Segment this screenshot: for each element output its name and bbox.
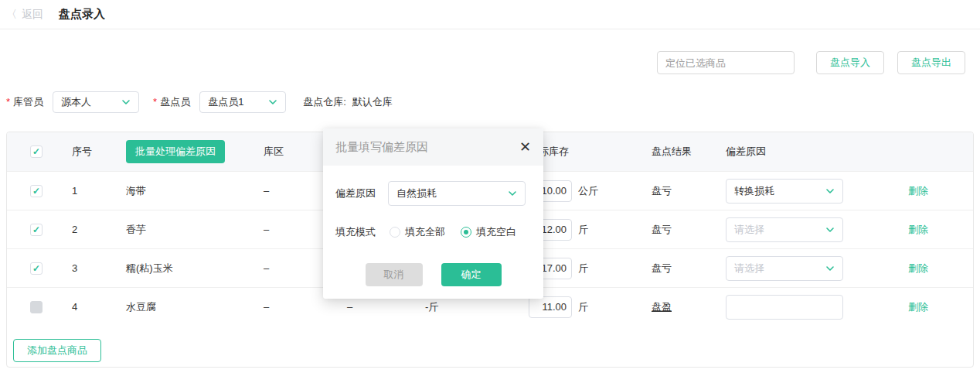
header-reason: 偏差原因	[720, 145, 890, 159]
row-checkbox	[30, 301, 43, 313]
chevron-down-icon	[825, 225, 835, 234]
delete-link[interactable]: 删除	[908, 224, 928, 235]
import-button[interactable]: 盘点导入	[816, 51, 884, 74]
back-label: 返回	[22, 8, 43, 22]
counter-select[interactable]: 盘点员1	[199, 91, 286, 113]
back-button[interactable]: 〈 返回	[6, 8, 43, 22]
row-checkbox[interactable]	[30, 185, 43, 197]
select-all-checkbox[interactable]	[30, 145, 43, 158]
chevron-left-icon: 〈	[6, 8, 17, 22]
row-checkbox[interactable]	[30, 262, 43, 275]
search-input[interactable]	[657, 51, 795, 74]
reason-select[interactable]: 请选择	[726, 256, 843, 281]
batch-process-button[interactable]: 批量处理偏差原因	[126, 140, 225, 163]
toolbar: 盘点导入 盘点导出	[0, 51, 980, 74]
stock-unit: 公斤	[578, 184, 598, 198]
table-footer: 添加盘点商品	[7, 326, 973, 367]
radio-fill-blank[interactable]	[461, 227, 471, 238]
batch-fill-modal: 批量填写偏差原因 ✕ 偏差原因 自然损耗 填充模式 填充全部 填充空白 取消 确…	[323, 128, 543, 299]
counter-label: *盘点员	[153, 95, 190, 109]
header-result: 盘点结果	[643, 145, 720, 159]
row-seq: 4	[60, 301, 106, 313]
cancel-button[interactable]: 取消	[366, 263, 423, 286]
actual-stock-input[interactable]	[529, 296, 572, 318]
add-product-button[interactable]: 添加盘点商品	[13, 339, 101, 362]
radio-fill-all-label[interactable]: 填充全部	[405, 225, 445, 239]
modal-title: 批量填写偏差原因	[335, 140, 428, 155]
modal-reason-label: 偏差原因	[335, 186, 379, 200]
product-name: 糯(粘)玉米	[106, 262, 245, 275]
modal-body: 偏差原因 自然损耗 填充模式 填充全部 填充空白 取消 确定	[323, 166, 543, 286]
result-value: 盘亏	[643, 262, 720, 275]
keeper-label: *库管员	[6, 95, 43, 109]
radio-fill-all[interactable]	[390, 227, 400, 238]
result-value: 盘亏	[643, 184, 720, 198]
header-seq: 序号	[60, 145, 106, 159]
warehouse-label: 盘点仓库:	[303, 96, 346, 108]
keeper-value: 源本人	[61, 95, 91, 109]
counter-value: 盘点员1	[208, 95, 243, 109]
row-checkbox[interactable]	[30, 224, 43, 236]
reason-input[interactable]	[726, 295, 843, 320]
chevron-down-icon	[508, 189, 517, 198]
modal-mode-label: 填充模式	[335, 225, 379, 239]
confirm-button[interactable]: 确定	[441, 263, 502, 286]
reason-placeholder: 请选择	[734, 223, 764, 237]
stock-unit: 斤	[578, 300, 588, 314]
shelf-value: –	[330, 301, 396, 313]
form-row: *库管员 源本人 *盘点员 盘点员1 盘点仓库:默认仓库	[0, 91, 980, 113]
export-button[interactable]: 盘点导出	[897, 51, 965, 74]
header-zone: 库区	[245, 145, 330, 159]
delete-link[interactable]: 删除	[908, 301, 928, 313]
delete-link[interactable]: 删除	[908, 185, 928, 197]
radio-fill-blank-label[interactable]: 填充空白	[476, 225, 516, 239]
required-asterisk: *	[6, 96, 10, 108]
chevron-down-icon	[825, 186, 835, 196]
zone-value: –	[245, 185, 330, 197]
row-seq: 2	[60, 224, 106, 235]
stock-unit: 斤	[578, 223, 588, 237]
zone-value: –	[245, 301, 330, 313]
reason-value: 转换损耗	[734, 184, 774, 198]
product-name: 海带	[106, 184, 245, 198]
row-seq: 3	[60, 262, 106, 274]
modal-reason-value: 自然损耗	[396, 186, 437, 200]
delete-link[interactable]: 删除	[908, 262, 928, 274]
required-asterisk: *	[153, 96, 157, 108]
result-value: 盘亏	[643, 223, 720, 237]
product-name: 水豆腐	[106, 300, 245, 314]
zone-value: –	[245, 224, 330, 235]
modal-header: 批量填写偏差原因 ✕	[323, 128, 543, 166]
reason-select[interactable]: 请选择	[726, 217, 843, 242]
chevron-down-icon	[121, 98, 131, 107]
close-icon[interactable]: ✕	[519, 140, 531, 154]
zone-value: –	[245, 262, 330, 274]
chevron-down-icon	[825, 264, 835, 273]
reason-select[interactable]: 转换损耗	[726, 179, 843, 204]
warehouse-value: 默认仓库	[352, 96, 393, 108]
warehouse-info: 盘点仓库:默认仓库	[303, 95, 393, 109]
row-seq: 1	[60, 185, 106, 197]
modal-reason-select[interactable]: 自然损耗	[388, 181, 526, 206]
reason-placeholder: 请选择	[734, 262, 764, 275]
result-value: 盘盈	[643, 300, 720, 314]
book-stock-value: -斤	[396, 300, 516, 314]
stock-unit: 斤	[578, 262, 588, 275]
keeper-select[interactable]: 源本人	[53, 91, 139, 113]
page-title: 盘点录入	[59, 7, 105, 22]
product-name: 香芋	[106, 223, 245, 237]
topbar: 〈 返回 盘点录入	[0, 0, 980, 29]
chevron-down-icon	[268, 98, 277, 107]
